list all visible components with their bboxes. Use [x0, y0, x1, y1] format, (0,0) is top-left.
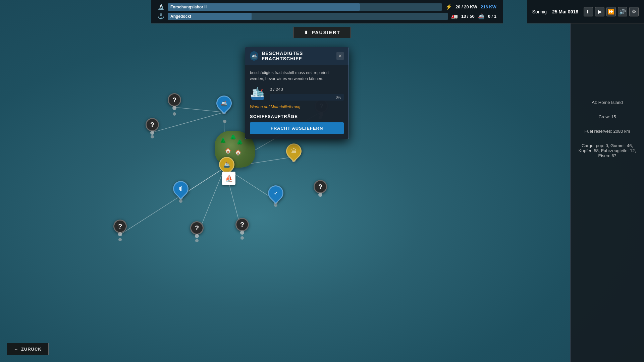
dock-icon: ⚓ — [158, 13, 164, 19]
pause-control[interactable]: ⏸ — [584, 7, 593, 16]
pause-label: PAUSIERT — [312, 30, 340, 35]
oilrig-icon: 🛢 — [178, 186, 183, 192]
pin-icon-1: ? — [168, 93, 181, 107]
town-icon-4: 🏛 — [291, 148, 297, 154]
crew-icon: 🚢 — [478, 13, 485, 19]
tree-2: 🌲 — [230, 134, 236, 140]
svg-point-17 — [195, 239, 199, 242]
pause-button[interactable]: ⏸ PAUSIERT — [293, 27, 351, 38]
back-button[interactable]: ← ZURÜCK — [7, 343, 49, 355]
svg-point-12 — [223, 120, 226, 123]
repair-progress-bar: 0% — [270, 94, 344, 101]
ship-repair-modal: 🚢 BESCHÄDIGTES FRACHTSCHIFF × beschädigt… — [245, 47, 349, 139]
pin-dot-1 — [172, 106, 176, 110]
pin-icon-9: ? — [113, 220, 127, 233]
fuel-label: Fuel reserves: 2080 km — [576, 129, 639, 134]
question-icon-3: ? — [318, 183, 322, 191]
pin-check[interactable]: ✓ — [268, 185, 283, 204]
pin-ship-center[interactable]: 🚢 — [219, 157, 234, 172]
pin-dot-2 — [150, 131, 154, 135]
modal-body: beschädigtes frachtschiff muss erst repa… — [245, 65, 348, 139]
pin-unknown-5[interactable]: ? — [190, 221, 204, 238]
building-1: 🏠 — [225, 147, 231, 154]
pin-icon-8: ? — [314, 180, 327, 193]
crew-label: Crew: 15 — [576, 114, 639, 119]
pin-unknown-3[interactable]: ? — [314, 180, 327, 197]
svg-point-10 — [173, 112, 176, 116]
pin-unknown-6[interactable]: ? — [235, 218, 249, 235]
pin-dot-8 — [318, 193, 322, 197]
question-icon-5: ? — [195, 224, 199, 232]
section-title: SCHIFFSAUFTRÄGE — [250, 114, 344, 119]
pin-town-1[interactable]: 🏛 — [286, 143, 302, 162]
spacer-2 — [576, 122, 639, 126]
pin-icon-7: ✓ — [265, 182, 286, 204]
modal-description: beschädigtes frachtschiff muss erst repa… — [250, 70, 344, 82]
deliver-freight-button[interactable]: FRACHT AUSLIEFERN — [250, 122, 344, 134]
repair-percent-label: 0% — [336, 95, 341, 99]
vehicles-icon: 🚛 — [451, 13, 458, 19]
pin-dot-10 — [195, 234, 199, 238]
research-row: 🔬 Forschungslabor II ⚡ 20 / 20 KW 216 KW — [158, 3, 496, 11]
pin-icon-10: ? — [190, 221, 204, 235]
repair-count: 0 / 240 — [270, 87, 344, 92]
svg-point-16 — [118, 238, 122, 241]
waiting-label: Warten auf Materiallieferung — [250, 105, 344, 109]
pin-unknown-2[interactable]: ? — [146, 118, 159, 135]
settings-control[interactable]: ⚙ — [629, 7, 639, 16]
ship-marker-symbol: ⛵ — [225, 174, 233, 182]
svg-point-14 — [179, 199, 182, 203]
modal-title: BESCHÄDIGTES FRACHTSCHIFF — [262, 51, 336, 61]
building-2: 🏠 — [235, 149, 241, 156]
pin-ship-1[interactable]: 🚢 — [216, 96, 232, 114]
top-right-bar: Sonnig 25 Mai 0018 ⏸ ▶ ⏩ 🔊 ⚙ — [527, 0, 644, 23]
pin-oilrig[interactable]: 🛢 — [173, 181, 189, 200]
pause-icon: ⏸ — [304, 30, 309, 35]
research-bar-label: Forschungslabor II — [168, 3, 442, 11]
spacer-3 — [576, 136, 639, 140]
crew-value: 0 / 1 — [488, 14, 496, 19]
tree-1: 🌲 — [220, 137, 226, 144]
modal-header: 🚢 BESCHÄDIGTES FRACHTSCHIFF × — [245, 47, 348, 65]
tree-3: 🌲 — [236, 139, 243, 145]
power-extra: 216 KW — [481, 4, 496, 9]
cargo-label: Cargo: pop: 0, Gummi: 46, Kupfer: 58, Fa… — [576, 143, 639, 158]
back-arrow-icon: ← — [14, 347, 18, 352]
power-current: 20 / 20 KW — [455, 4, 477, 9]
repair-total: 240 — [276, 87, 283, 92]
question-icon-6: ? — [240, 221, 244, 229]
pin-unknown-4[interactable]: ? — [113, 220, 127, 236]
svg-point-11 — [151, 135, 154, 138]
ship-marker[interactable]: ⛵ — [222, 172, 235, 185]
sidebar-spacer — [576, 30, 639, 97]
question-icon-4: ? — [118, 223, 122, 230]
pin-dot-9 — [118, 232, 122, 236]
dock-bar-label: Angedockt — [168, 13, 448, 20]
svg-line-7 — [120, 168, 225, 235]
question-icon-2: ? — [150, 121, 154, 129]
dock-bar: Angedockt — [168, 13, 448, 20]
check-icon: ✓ — [274, 190, 278, 196]
repair-ship-icon: 🛳️ — [250, 86, 265, 101]
modal-close-button[interactable]: × — [336, 52, 344, 60]
research-icon: 🔬 — [158, 4, 164, 10]
pin-icon-11: ? — [235, 218, 249, 231]
pin-icon-4: 🏛 — [283, 140, 305, 162]
pin-unknown-1[interactable]: ? — [168, 93, 181, 110]
date-label: 25 Mai 0018 — [552, 9, 578, 14]
power-icon: ⚡ — [445, 4, 452, 10]
pin-icon-6: 🛢 — [170, 178, 192, 199]
modal-ship-icon: 🚢 — [250, 51, 258, 61]
svg-line-1 — [152, 112, 224, 132]
fast-forward-control[interactable]: ⏩ — [606, 7, 616, 16]
pin-dot-11 — [240, 231, 244, 235]
speed-controls: ⏸ ▶ ⏩ 🔊 ⚙ — [584, 7, 639, 16]
repair-current: 0 — [270, 87, 272, 92]
top-center-bar: 🔬 Forschungslabor II ⚡ 20 / 20 KW 216 KW… — [151, 0, 503, 23]
pin-icon-3: 🚢 — [213, 92, 235, 114]
play-control[interactable]: ▶ — [595, 7, 604, 16]
dock-row: ⚓ Angedockt 🚛 13 / 50 🚢 0 / 1 — [158, 13, 496, 20]
repair-info: 0 / 240 0% — [270, 87, 344, 101]
sound-control[interactable]: 🔊 — [618, 7, 627, 16]
ship-icon-3: 🚢 — [221, 100, 227, 107]
